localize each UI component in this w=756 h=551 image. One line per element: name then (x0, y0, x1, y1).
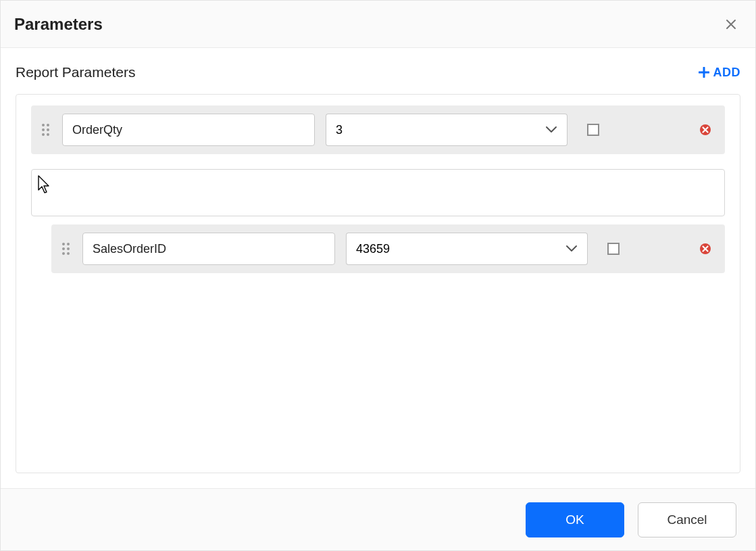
delete-icon (699, 124, 711, 136)
add-label: ADD (713, 66, 741, 80)
drag-handle[interactable] (59, 240, 72, 258)
dialog-footer: OK Cancel (1, 488, 755, 550)
parameter-name-input[interactable] (62, 114, 315, 146)
parameter-value-combo (346, 233, 588, 265)
cancel-button[interactable]: Cancel (638, 502, 736, 537)
parameters-dialog: Parameters Report Parameters ADD (0, 0, 756, 551)
chevron-down-icon (565, 245, 578, 253)
cursor-icon (37, 175, 52, 194)
parameter-checkbox[interactable] (607, 243, 620, 255)
parameter-checkbox[interactable] (587, 124, 599, 136)
drag-handle-icon (62, 243, 70, 255)
drag-handle-icon (42, 124, 49, 136)
close-icon (726, 19, 736, 30)
section-header: Report Parameters ADD (16, 60, 740, 85)
parameters-panel (16, 94, 740, 473)
delete-parameter-button[interactable] (698, 122, 713, 137)
ok-button[interactable]: OK (526, 502, 624, 537)
parameter-name-input[interactable] (82, 233, 335, 265)
dialog-body: Report Parameters ADD (1, 48, 755, 488)
dialog-header: Parameters (1, 1, 755, 48)
parameter-value-combo (326, 114, 568, 146)
delete-icon (699, 243, 711, 255)
parameter-checkbox-wrap (604, 239, 623, 258)
drag-handle[interactable] (39, 121, 51, 139)
plus-icon (699, 67, 709, 78)
dialog-title: Parameters (14, 15, 103, 34)
parameter-checkbox-wrap (584, 120, 603, 139)
close-button[interactable] (723, 16, 739, 32)
parameter-value-input[interactable] (346, 233, 555, 265)
chevron-down-icon (545, 126, 557, 134)
parameter-row (31, 105, 725, 154)
add-parameter-button[interactable]: ADD (699, 66, 741, 80)
parameter-row-dragging[interactable] (51, 224, 725, 273)
drop-placeholder (31, 169, 725, 216)
delete-parameter-button[interactable] (698, 241, 713, 256)
section-title: Report Parameters (16, 64, 135, 80)
parameter-value-input[interactable] (326, 114, 535, 146)
parameter-value-dropdown-button[interactable] (555, 233, 588, 265)
parameter-value-dropdown-button[interactable] (535, 114, 568, 146)
